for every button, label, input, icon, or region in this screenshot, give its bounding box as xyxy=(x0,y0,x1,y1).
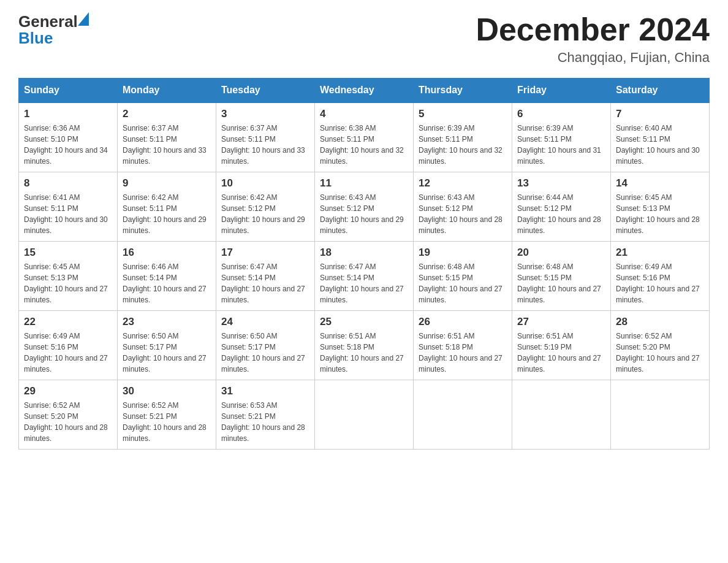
day-number: 30 xyxy=(123,385,211,397)
day-number: 1 xyxy=(24,108,112,120)
day-number: 21 xyxy=(616,247,704,259)
weekday-header-row: SundayMondayTuesdayWednesdayThursdayFrid… xyxy=(19,79,710,103)
day-info: Sunrise: 6:51 AMSunset: 5:18 PMDaylight:… xyxy=(419,331,507,375)
month-title: December 2024 xyxy=(476,12,710,47)
day-info: Sunrise: 6:52 AMSunset: 5:20 PMDaylight:… xyxy=(616,331,704,375)
logo-triangle-icon xyxy=(78,11,89,30)
logo-blue-text: Blue xyxy=(18,29,53,47)
calendar-cell: 10Sunrise: 6:42 AMSunset: 5:12 PMDayligh… xyxy=(216,172,315,242)
day-number: 18 xyxy=(320,247,408,259)
calendar-cell: 31Sunrise: 6:53 AMSunset: 5:21 PMDayligh… xyxy=(216,380,315,450)
day-info: Sunrise: 6:43 AMSunset: 5:12 PMDaylight:… xyxy=(320,192,408,236)
day-info: Sunrise: 6:47 AMSunset: 5:14 PMDaylight:… xyxy=(320,261,408,305)
day-info: Sunrise: 6:48 AMSunset: 5:15 PMDaylight:… xyxy=(517,261,605,305)
day-number: 31 xyxy=(221,385,309,397)
calendar-cell: 20Sunrise: 6:48 AMSunset: 5:15 PMDayligh… xyxy=(512,242,611,311)
calendar-cell: 15Sunrise: 6:45 AMSunset: 5:13 PMDayligh… xyxy=(19,242,118,311)
calendar-cell: 29Sunrise: 6:52 AMSunset: 5:20 PMDayligh… xyxy=(19,380,118,450)
day-number: 4 xyxy=(320,108,408,120)
day-info: Sunrise: 6:47 AMSunset: 5:14 PMDaylight:… xyxy=(221,261,309,305)
day-info: Sunrise: 6:52 AMSunset: 5:21 PMDaylight:… xyxy=(123,400,211,444)
calendar-row-0: 1Sunrise: 6:36 AMSunset: 5:10 PMDaylight… xyxy=(19,102,710,172)
svg-marker-0 xyxy=(78,12,89,26)
weekday-header-friday: Friday xyxy=(512,79,611,103)
calendar-cell: 14Sunrise: 6:45 AMSunset: 5:13 PMDayligh… xyxy=(611,172,710,242)
calendar-cell: 19Sunrise: 6:48 AMSunset: 5:15 PMDayligh… xyxy=(414,242,512,311)
calendar-cell: 26Sunrise: 6:51 AMSunset: 5:18 PMDayligh… xyxy=(414,311,512,380)
day-info: Sunrise: 6:39 AMSunset: 5:11 PMDaylight:… xyxy=(517,123,605,167)
day-info: Sunrise: 6:41 AMSunset: 5:11 PMDaylight:… xyxy=(24,192,112,236)
calendar-cell: 21Sunrise: 6:49 AMSunset: 5:16 PMDayligh… xyxy=(611,242,710,311)
day-number: 22 xyxy=(24,316,112,328)
day-info: Sunrise: 6:45 AMSunset: 5:13 PMDaylight:… xyxy=(24,261,112,305)
calendar-header: SundayMondayTuesdayWednesdayThursdayFrid… xyxy=(19,79,710,103)
calendar-cell: 24Sunrise: 6:50 AMSunset: 5:17 PMDayligh… xyxy=(216,311,315,380)
calendar-cell: 11Sunrise: 6:43 AMSunset: 5:12 PMDayligh… xyxy=(315,172,414,242)
calendar-cell: 13Sunrise: 6:44 AMSunset: 5:12 PMDayligh… xyxy=(512,172,611,242)
day-info: Sunrise: 6:38 AMSunset: 5:11 PMDaylight:… xyxy=(320,123,408,167)
day-info: Sunrise: 6:52 AMSunset: 5:20 PMDaylight:… xyxy=(24,400,112,444)
day-info: Sunrise: 6:43 AMSunset: 5:12 PMDaylight:… xyxy=(419,192,507,236)
day-number: 26 xyxy=(419,316,507,328)
day-info: Sunrise: 6:37 AMSunset: 5:11 PMDaylight:… xyxy=(221,123,309,167)
weekday-header-wednesday: Wednesday xyxy=(315,79,414,103)
day-info: Sunrise: 6:45 AMSunset: 5:13 PMDaylight:… xyxy=(616,192,704,236)
day-number: 8 xyxy=(24,177,112,190)
calendar-cell: 8Sunrise: 6:41 AMSunset: 5:11 PMDaylight… xyxy=(19,172,118,242)
day-number: 29 xyxy=(24,385,112,397)
calendar-row-4: 29Sunrise: 6:52 AMSunset: 5:20 PMDayligh… xyxy=(19,380,710,450)
calendar-cell: 2Sunrise: 6:37 AMSunset: 5:11 PMDaylight… xyxy=(118,102,216,172)
day-number: 9 xyxy=(123,177,211,190)
calendar-cell: 9Sunrise: 6:42 AMSunset: 5:11 PMDaylight… xyxy=(118,172,216,242)
calendar-cell: 28Sunrise: 6:52 AMSunset: 5:20 PMDayligh… xyxy=(611,311,710,380)
day-number: 11 xyxy=(320,177,408,190)
calendar-cell: 22Sunrise: 6:49 AMSunset: 5:16 PMDayligh… xyxy=(19,311,118,380)
weekday-header-tuesday: Tuesday xyxy=(216,79,315,103)
calendar-cell: 4Sunrise: 6:38 AMSunset: 5:11 PMDaylight… xyxy=(315,102,414,172)
calendar-cell: 7Sunrise: 6:40 AMSunset: 5:11 PMDaylight… xyxy=(611,102,710,172)
day-info: Sunrise: 6:51 AMSunset: 5:18 PMDaylight:… xyxy=(320,331,408,375)
calendar-cell xyxy=(512,380,611,450)
day-info: Sunrise: 6:42 AMSunset: 5:12 PMDaylight:… xyxy=(221,192,309,236)
weekday-header-sunday: Sunday xyxy=(19,79,118,103)
day-info: Sunrise: 6:40 AMSunset: 5:11 PMDaylight:… xyxy=(616,123,704,167)
day-number: 13 xyxy=(517,177,605,190)
day-number: 15 xyxy=(24,247,112,259)
calendar-cell: 5Sunrise: 6:39 AMSunset: 5:11 PMDaylight… xyxy=(414,102,512,172)
day-info: Sunrise: 6:49 AMSunset: 5:16 PMDaylight:… xyxy=(24,331,112,375)
calendar-cell: 18Sunrise: 6:47 AMSunset: 5:14 PMDayligh… xyxy=(315,242,414,311)
calendar-row-2: 15Sunrise: 6:45 AMSunset: 5:13 PMDayligh… xyxy=(19,242,710,311)
calendar-row-1: 8Sunrise: 6:41 AMSunset: 5:11 PMDaylight… xyxy=(19,172,710,242)
day-number: 23 xyxy=(123,316,211,328)
day-number: 16 xyxy=(123,247,211,259)
calendar-cell: 30Sunrise: 6:52 AMSunset: 5:21 PMDayligh… xyxy=(118,380,216,450)
weekday-header-saturday: Saturday xyxy=(611,79,710,103)
weekday-header-thursday: Thursday xyxy=(414,79,512,103)
calendar-cell xyxy=(611,380,710,450)
calendar-row-3: 22Sunrise: 6:49 AMSunset: 5:16 PMDayligh… xyxy=(19,311,710,380)
day-number: 14 xyxy=(616,177,704,190)
calendar-cell: 1Sunrise: 6:36 AMSunset: 5:10 PMDaylight… xyxy=(19,102,118,172)
calendar-body: 1Sunrise: 6:36 AMSunset: 5:10 PMDaylight… xyxy=(19,102,710,450)
day-info: Sunrise: 6:42 AMSunset: 5:11 PMDaylight:… xyxy=(123,192,211,236)
day-info: Sunrise: 6:50 AMSunset: 5:17 PMDaylight:… xyxy=(123,331,211,375)
calendar-cell xyxy=(414,380,512,450)
day-number: 24 xyxy=(221,316,309,328)
day-info: Sunrise: 6:48 AMSunset: 5:15 PMDaylight:… xyxy=(419,261,507,305)
day-number: 20 xyxy=(517,247,605,259)
day-info: Sunrise: 6:46 AMSunset: 5:14 PMDaylight:… xyxy=(123,261,211,305)
calendar-cell: 23Sunrise: 6:50 AMSunset: 5:17 PMDayligh… xyxy=(118,311,216,380)
calendar-cell: 12Sunrise: 6:43 AMSunset: 5:12 PMDayligh… xyxy=(414,172,512,242)
day-number: 2 xyxy=(123,108,211,120)
calendar-cell: 6Sunrise: 6:39 AMSunset: 5:11 PMDaylight… xyxy=(512,102,611,172)
day-number: 28 xyxy=(616,316,704,328)
calendar-cell: 25Sunrise: 6:51 AMSunset: 5:18 PMDayligh… xyxy=(315,311,414,380)
logo-area: General Blue xyxy=(18,12,89,48)
day-number: 17 xyxy=(221,247,309,259)
day-info: Sunrise: 6:37 AMSunset: 5:11 PMDaylight:… xyxy=(123,123,211,167)
day-info: Sunrise: 6:50 AMSunset: 5:17 PMDaylight:… xyxy=(221,331,309,375)
day-number: 10 xyxy=(221,177,309,190)
day-info: Sunrise: 6:53 AMSunset: 5:21 PMDaylight:… xyxy=(221,400,309,444)
day-info: Sunrise: 6:44 AMSunset: 5:12 PMDaylight:… xyxy=(517,192,605,236)
day-number: 25 xyxy=(320,316,408,328)
